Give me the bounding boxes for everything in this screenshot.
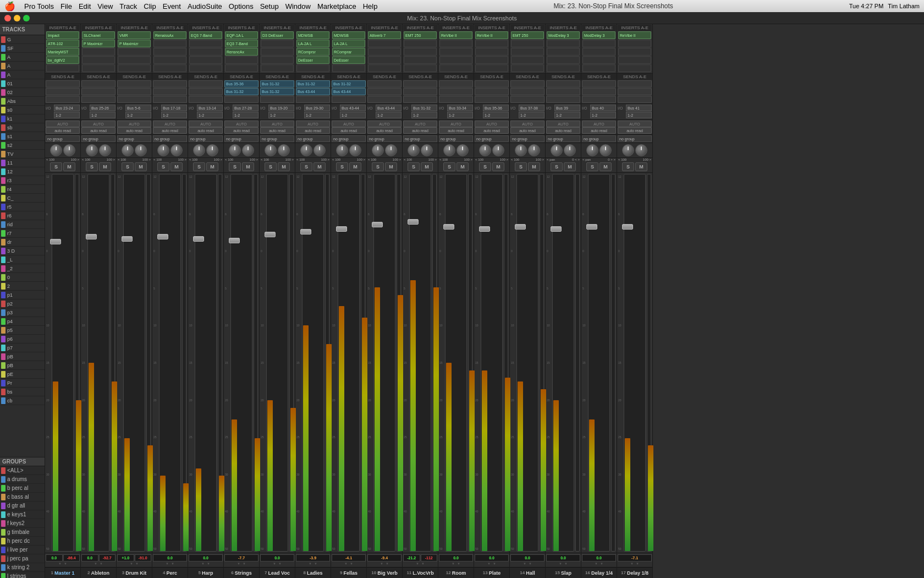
- send-slot-empty[interactable]: [403, 96, 437, 103]
- auto-read-button[interactable]: auto read: [403, 127, 437, 134]
- level-left[interactable]: -7.7: [224, 554, 258, 561]
- fader-handle[interactable]: [551, 226, 562, 232]
- inserts-label[interactable]: INSERTS A-E: [153, 25, 187, 31]
- level-left[interactable]: 0.0: [510, 554, 544, 561]
- solo-button[interactable]: S: [515, 162, 527, 171]
- fader-handle[interactable]: [229, 238, 240, 243]
- group-button[interactable]: no group: [618, 135, 652, 142]
- channel-name[interactable]: 17 Delay 1/8: [617, 567, 652, 578]
- sends-label[interactable]: SENDS A-E: [581, 74, 617, 80]
- insert-slot[interactable]: RensncAx: [225, 48, 258, 56]
- fader-handle[interactable]: [515, 224, 526, 230]
- track-item[interactable]: p5: [0, 326, 45, 335]
- group-item[interactable]: f keys2: [0, 519, 45, 528]
- pan-knob-left[interactable]: [551, 144, 563, 156]
- inserts-label[interactable]: INSERTS A-E: [46, 25, 80, 31]
- track-item[interactable]: TV: [0, 150, 45, 159]
- fader-track-left[interactable]: [445, 174, 467, 552]
- inserts-label[interactable]: INSERTS A-E: [439, 25, 473, 31]
- auto-button[interactable]: AUTO: [153, 121, 187, 127]
- insert-slot-empty[interactable]: [511, 56, 544, 64]
- solo-button[interactable]: S: [300, 162, 312, 171]
- track-item[interactable]: rid: [0, 220, 45, 229]
- io-in-value[interactable]: 1-2: [376, 112, 402, 118]
- menu-clip[interactable]: Clip: [144, 2, 156, 10]
- insert-slot-empty[interactable]: [189, 40, 222, 47]
- insert-slot-empty[interactable]: [118, 48, 151, 56]
- io-bus-value[interactable]: Bus 33-34: [447, 105, 473, 111]
- io-bus-value[interactable]: Bus 43-44: [376, 105, 402, 111]
- close-button[interactable]: [4, 15, 11, 21]
- window-controls[interactable]: [4, 15, 30, 21]
- io-bus-value[interactable]: Bus 41: [626, 105, 652, 111]
- send-slot-empty[interactable]: [224, 96, 258, 103]
- solo-button[interactable]: S: [372, 162, 384, 171]
- track-item[interactable]: Pr: [0, 379, 45, 388]
- group-item[interactable]: b perc al: [0, 484, 45, 493]
- auto-button[interactable]: AUTO: [367, 121, 402, 127]
- level-right[interactable]: -92.7: [99, 554, 116, 561]
- io-in-value[interactable]: 1-2: [447, 112, 473, 118]
- io-in-value[interactable]: 1-2: [233, 112, 258, 118]
- group-button[interactable]: no group: [510, 135, 544, 142]
- fader-handle[interactable]: [443, 224, 454, 230]
- io-bus-value[interactable]: Bus 31-32: [411, 105, 437, 111]
- auto-button[interactable]: AUTO: [403, 121, 437, 127]
- fader-handle[interactable]: [157, 234, 168, 239]
- fader-track-left[interactable]: [159, 174, 181, 552]
- io-in-value[interactable]: 1-2: [519, 112, 544, 118]
- io-bus-value[interactable]: Bus 25-26: [90, 105, 116, 111]
- group-item[interactable]: e keys1: [0, 510, 45, 519]
- mute-button[interactable]: M: [170, 162, 183, 171]
- pan-knob-right[interactable]: [242, 144, 254, 156]
- fader-handle[interactable]: [372, 222, 383, 227]
- insert-slot-empty[interactable]: [261, 48, 294, 56]
- level-left[interactable]: 0.0: [260, 554, 294, 561]
- fader-handle[interactable]: [265, 232, 276, 237]
- track-item[interactable]: s2: [0, 141, 45, 150]
- menu-view[interactable]: View: [97, 2, 113, 10]
- group-button[interactable]: no group: [582, 135, 616, 142]
- sends-label[interactable]: SENDS A-E: [474, 74, 509, 80]
- level-left[interactable]: -9.4: [367, 554, 402, 561]
- group-button[interactable]: no group: [367, 135, 402, 142]
- insert-slot-empty[interactable]: [511, 48, 544, 56]
- insert-slot[interactable]: ModDelay 3: [582, 31, 615, 39]
- insert-slot-empty[interactable]: [189, 48, 222, 56]
- send-slot-empty[interactable]: [510, 80, 544, 88]
- level-left[interactable]: 0.0: [475, 554, 509, 561]
- track-item[interactable]: 02: [0, 88, 45, 97]
- send-slot-empty[interactable]: [367, 88, 402, 95]
- track-item[interactable]: k1: [0, 114, 45, 123]
- fader-handle[interactable]: [86, 234, 97, 239]
- fader-handle[interactable]: [122, 236, 133, 242]
- sends-label[interactable]: SENDS A-E: [546, 74, 581, 80]
- solo-button[interactable]: S: [86, 162, 98, 171]
- track-item[interactable]: 3 D: [0, 247, 45, 255]
- send-slot-empty[interactable]: [439, 88, 473, 95]
- insert-slot[interactable]: EQ3 7-Band: [225, 40, 258, 47]
- fader-track-left[interactable]: [195, 174, 217, 552]
- insert-slot-empty[interactable]: [404, 40, 437, 47]
- send-slot-empty[interactable]: [153, 96, 187, 103]
- track-item[interactable]: 12: [0, 167, 45, 176]
- pan-knob-left[interactable]: [300, 144, 312, 156]
- level-left[interactable]: 0.0: [582, 554, 616, 561]
- fader-handle[interactable]: [479, 226, 490, 232]
- minimize-button[interactable]: [14, 15, 20, 21]
- insert-slot-empty[interactable]: [475, 40, 508, 47]
- track-item[interactable]: pE: [0, 370, 45, 379]
- menu-audiosuite[interactable]: AudioSuite: [188, 2, 222, 10]
- send-slot-empty[interactable]: [117, 88, 151, 95]
- level-left[interactable]: 0.0: [153, 554, 187, 561]
- insert-slot[interactable]: EQ3 7-Band: [189, 31, 222, 39]
- inserts-label[interactable]: INSERTS A-E: [224, 25, 258, 31]
- send-slot-empty[interactable]: [367, 80, 402, 88]
- insert-slot[interactable]: P Maximizr: [118, 40, 151, 47]
- insert-slot-empty[interactable]: [618, 64, 651, 72]
- io-in-value[interactable]: 1-2: [197, 112, 223, 118]
- solo-button[interactable]: S: [229, 162, 241, 171]
- mute-button[interactable]: M: [528, 162, 540, 171]
- insert-slot-empty[interactable]: [261, 64, 294, 72]
- fader-track-left[interactable]: [552, 174, 574, 552]
